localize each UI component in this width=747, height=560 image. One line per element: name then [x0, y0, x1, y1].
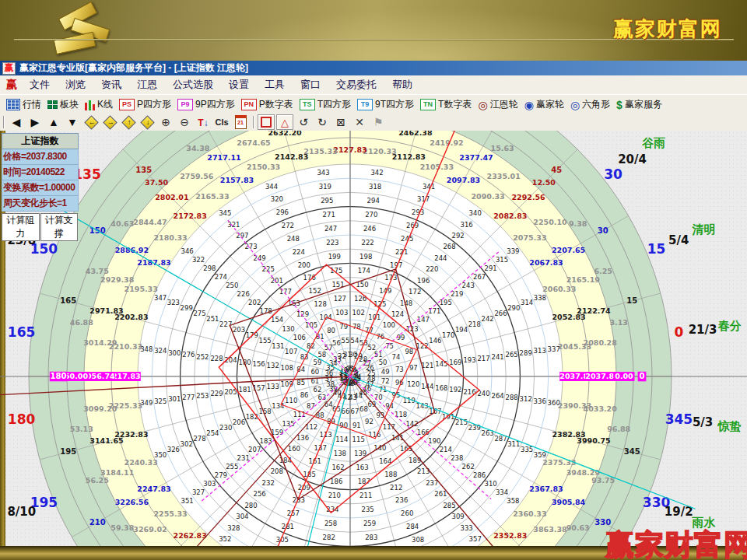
- menu-item-1[interactable]: 浏览: [58, 78, 93, 92]
- svg-text:290: 290: [507, 304, 520, 312]
- pan-down-button[interactable]: ↓: [138, 114, 156, 130]
- svg-text:282: 282: [323, 534, 335, 541]
- t-down-button[interactable]: T↓: [194, 114, 212, 130]
- toolbar-button-p-table[interactable]: PNP数字表: [241, 98, 293, 111]
- drawing-toolbar: ◀▶▲▼←→↑↓⊕⊖T↓Cls21△↺↻⊠✕⚑: [0, 114, 747, 131]
- toolbar-button-label: P四方形: [137, 98, 171, 111]
- svg-text:2207.65: 2207.65: [552, 246, 585, 254]
- svg-text:192: 192: [449, 386, 461, 394]
- svg-text:46.88: 46.88: [70, 318, 93, 327]
- toolbar-button-label: 9P四方形: [195, 98, 235, 111]
- svg-text:165: 165: [8, 324, 36, 340]
- calendar-button[interactable]: 21: [231, 114, 250, 130]
- svg-text:73: 73: [395, 366, 404, 373]
- zoom-out-button[interactable]: ⊖: [175, 114, 194, 130]
- svg-text:224: 224: [293, 248, 305, 256]
- pin-icon: ⚑: [374, 116, 384, 128]
- svg-text:2067.83: 2067.83: [529, 258, 563, 267]
- toolbar-button-t-table[interactable]: TNT数字表: [420, 98, 472, 111]
- svg-text:2080.28: 2080.28: [584, 338, 618, 347]
- pan-left-button[interactable]: ←: [82, 114, 100, 130]
- menu-item-9[interactable]: 帮助: [384, 78, 420, 92]
- svg-text:15: 15: [647, 241, 666, 257]
- forward-button[interactable]: ▶: [26, 114, 44, 130]
- calc-support-button[interactable]: 计算支撑: [40, 213, 79, 241]
- svg-text:200: 200: [298, 261, 310, 269]
- delete-box-button[interactable]: ⊠: [331, 114, 350, 130]
- rotate-cw-icon: ↻: [317, 116, 327, 128]
- svg-text:267: 267: [473, 273, 486, 281]
- rotate-cw-button[interactable]: ↻: [313, 114, 331, 130]
- back-button[interactable]: ◀: [7, 114, 26, 130]
- t-table-icon: TN: [420, 99, 436, 110]
- toolbar-button-t-square[interactable]: TST四方形: [300, 98, 351, 111]
- pan-left-icon: ←: [84, 115, 98, 129]
- toolbar-button-gann-wheel[interactable]: ◎江恩轮: [478, 98, 517, 111]
- cls-button[interactable]: Cls: [212, 114, 231, 130]
- svg-text:90.63: 90.63: [566, 523, 590, 532]
- svg-text:260: 260: [401, 509, 413, 517]
- menu-item-7[interactable]: 窗口: [293, 78, 328, 92]
- pointer-up-button[interactable]: ▲: [44, 114, 63, 130]
- svg-text:52: 52: [367, 344, 376, 352]
- toolbar-button-winner-service[interactable]: $赢家服务: [616, 98, 662, 111]
- menu-item-2[interactable]: 资讯: [93, 78, 129, 92]
- gann-wheel-chart[interactable]: 1234567891011121314151617181920212223242…: [0, 131, 747, 546]
- svg-text:222: 222: [361, 239, 374, 247]
- svg-text:313: 313: [534, 347, 546, 355]
- svg-text:195: 195: [440, 299, 452, 306]
- svg-text:2157.83: 2157.83: [220, 176, 254, 184]
- svg-text:2112.83: 2112.83: [392, 152, 426, 161]
- svg-text:3014.29: 3014.29: [83, 338, 117, 347]
- rotate-ccw-icon: ↺: [299, 116, 308, 128]
- menu-item-5[interactable]: 设置: [221, 78, 257, 92]
- toolbar-button-sectors[interactable]: 板块: [47, 98, 79, 111]
- svg-text:20/4: 20/4: [618, 152, 647, 166]
- menu-item-3[interactable]: 江恩: [129, 78, 165, 92]
- zoom-in-button[interactable]: ⊕: [156, 114, 175, 130]
- svg-text:24: 24: [353, 373, 362, 381]
- draw-square-button[interactable]: [257, 114, 275, 130]
- svg-text:265: 265: [505, 351, 517, 359]
- svg-text:134: 134: [272, 402, 284, 410]
- toolbar-button-9p-square[interactable]: P99P四方形: [177, 98, 235, 111]
- svg-text:243: 243: [462, 282, 475, 289]
- pointer-down-button[interactable]: ▼: [63, 114, 82, 130]
- menu-item-6[interactable]: 工具: [257, 78, 293, 92]
- title-bar[interactable]: 赢 赢家江恩专业版[赢家内部服务平台] - [上证指数 江恩轮]: [0, 61, 747, 75]
- draw-triangle-button[interactable]: △: [275, 114, 294, 130]
- pin-button[interactable]: ⚑: [369, 114, 388, 130]
- svg-text:314: 314: [521, 299, 533, 306]
- calc-resistance-button[interactable]: 计算阻力: [2, 213, 40, 241]
- svg-text:316: 316: [460, 221, 472, 229]
- pan-up-button[interactable]: ↑: [119, 114, 138, 130]
- menu-item-4[interactable]: 公式选股: [165, 78, 221, 92]
- toolbar-button-winner-wheel[interactable]: ◉赢家轮: [524, 98, 564, 111]
- toolbar-button-kline[interactable]: K线: [85, 98, 113, 111]
- svg-text:180: 180: [51, 372, 67, 380]
- svg-text:2462.38: 2462.38: [398, 131, 433, 137]
- 9t-square-icon: T9: [357, 99, 373, 110]
- svg-text:335: 335: [521, 446, 533, 453]
- svg-text:280: 280: [244, 502, 257, 509]
- svg-text:270: 270: [365, 211, 377, 219]
- rotate-ccw-button[interactable]: ↺: [294, 114, 313, 130]
- pan-right-button[interactable]: →: [100, 114, 119, 130]
- toolbar-button-label: P数字表: [259, 98, 293, 111]
- svg-text:181: 181: [238, 386, 251, 394]
- menu-item-0[interactable]: 文件: [22, 78, 58, 92]
- svg-text:91: 91: [352, 422, 361, 429]
- scatter-button[interactable]: ✕: [350, 114, 369, 130]
- svg-text:0: 0: [674, 324, 683, 340]
- toolbar-button-hexagon[interactable]: ◎六角形: [570, 98, 610, 111]
- svg-text:285: 285: [443, 502, 455, 509]
- toolbar-button-p-square[interactable]: PSP四方形: [119, 98, 171, 111]
- svg-text:54: 54: [351, 337, 359, 345]
- toolbar-button-quotes[interactable]: 行情: [6, 98, 41, 111]
- site-watermark: 赢家财富网: [605, 526, 747, 560]
- svg-text:85: 85: [296, 379, 305, 387]
- menu-item-8[interactable]: 交易委托: [328, 78, 384, 92]
- svg-text:120: 120: [407, 380, 419, 388]
- svg-text:223: 223: [326, 239, 338, 247]
- toolbar-button-9t-square[interactable]: T99T四方形: [357, 98, 414, 111]
